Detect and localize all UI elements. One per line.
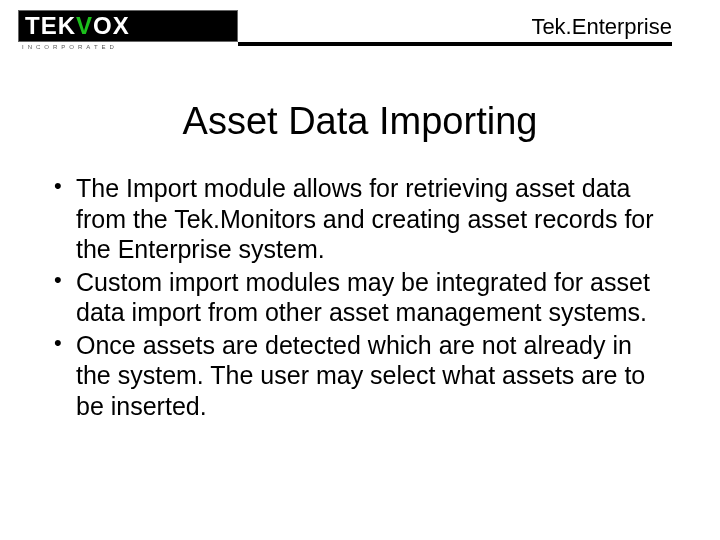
slide-title: Asset Data Importing [0, 100, 720, 143]
product-name: Tek.Enterprise [531, 14, 672, 40]
logo-box: TEKVOX [18, 10, 238, 42]
logo-subtext: INCORPORATED [22, 44, 238, 50]
logo: TEKVOX INCORPORATED [18, 10, 238, 50]
bullet-list: The Import module allows for retrieving … [50, 173, 670, 421]
logo-text-tek: TEK [25, 12, 76, 40]
logo-text-ox: OX [93, 12, 130, 40]
list-item: The Import module allows for retrieving … [50, 173, 670, 265]
header-divider [238, 42, 672, 46]
slide-header: TEKVOX INCORPORATED Tek.Enterprise [0, 0, 720, 60]
slide-content: The Import module allows for retrieving … [50, 173, 670, 421]
list-item: Once assets are detected which are not a… [50, 330, 670, 422]
list-item: Custom import modules may be integrated … [50, 267, 670, 328]
logo-text-v: V [76, 12, 93, 40]
